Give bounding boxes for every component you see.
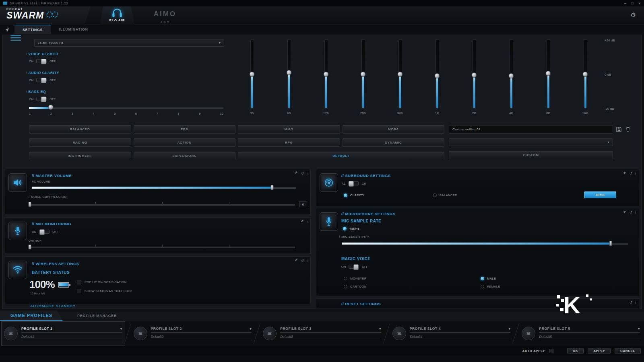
microphone-icon [320, 212, 338, 231]
maximize-button[interactable]: □ [631, 1, 634, 5]
device-tab-aimo[interactable]: AIMO AIMO [150, 10, 180, 24]
profile-name-field[interactable]: Default3 [280, 335, 381, 340]
audio-clarity-switch[interactable] [36, 78, 47, 82]
preset-button-moba[interactable]: MOBA [343, 125, 445, 134]
eq-fader-30[interactable] [250, 39, 254, 109]
preset-button-action[interactable]: ACTION [134, 138, 236, 147]
surround-test-button[interactable]: TEST [584, 191, 616, 198]
voice-radio-monster[interactable]: MONSTER [344, 274, 481, 282]
minimize-button[interactable]: – [624, 1, 627, 5]
eq-fader-500[interactable] [398, 39, 402, 109]
preset-button-mmo[interactable]: MMO [238, 125, 340, 134]
close-button[interactable]: × [638, 1, 641, 5]
preset-button-fps[interactable]: FPS [134, 125, 236, 134]
panel-pin-icon[interactable] [623, 210, 626, 214]
tab-game-profiles[interactable]: GAME PROFILES [0, 311, 63, 321]
preset-button-custom[interactable]: CUSTOM [449, 151, 613, 159]
panel-pin-icon[interactable] [294, 171, 298, 175]
save-preset-icon[interactable] [616, 126, 622, 132]
eq-fader-16k[interactable] [584, 39, 587, 109]
magic-voice-switch[interactable] [349, 265, 359, 269]
panel-pin-icon[interactable] [623, 171, 626, 175]
panel-info-icon[interactable]: i [635, 300, 636, 304]
device-tab-elo-air[interactable]: ELO AIR [100, 6, 134, 25]
eq-fader-60[interactable] [287, 39, 291, 109]
preset-button-instrument[interactable]: INSTRUMENT [29, 152, 131, 160]
panel-info-icon[interactable]: i [635, 171, 636, 175]
eq-fader-2k[interactable] [473, 39, 476, 109]
eq-band-16k: 16K [582, 39, 588, 118]
auto-apply-checkbox[interactable] [549, 349, 553, 353]
panel-info-icon[interactable]: i [307, 259, 308, 263]
bass-eq-slider[interactable] [29, 105, 223, 111]
cancel-button[interactable]: CANCEL [615, 348, 641, 354]
preset-button-explosions[interactable]: EXPLOSIONS [134, 152, 236, 160]
noise-suppression-slider[interactable] [29, 202, 295, 207]
voice-clarity-switch[interactable] [36, 59, 47, 63]
custom-setting-input[interactable]: Custom setting 01 [449, 125, 613, 134]
surround-settings-panel: ↺ i // SURROUND SETTINGS 7.1 2.0 CLARITY… [316, 169, 639, 206]
pin-icon[interactable] [0, 25, 14, 34]
ok-button[interactable]: OK [567, 348, 584, 354]
panel-reset-icon[interactable]: ↺ [301, 259, 304, 263]
voice-radio-cartoon[interactable]: CARTOON [344, 282, 481, 290]
panel-reset-icon[interactable]: ↺ [629, 300, 632, 304]
panel-info-icon[interactable]: i [635, 210, 636, 214]
eq-fader-4k[interactable] [510, 39, 513, 109]
panel-pin-icon[interactable] [294, 258, 298, 263]
panel-reset-icon[interactable]: ↺ [301, 171, 304, 175]
voice-radio-female[interactable]: FEMALE [481, 282, 625, 290]
tray-status-checkbox[interactable] [77, 289, 81, 293]
mic-volume-slider[interactable] [29, 244, 295, 250]
custom-preset-select[interactable]: ▾ [449, 138, 613, 146]
preset-button-default[interactable]: DEFAULT [238, 152, 444, 160]
eq-fader-120[interactable] [324, 39, 328, 109]
mic-monitoring-switch[interactable] [39, 230, 50, 234]
preset-button-dynamic[interactable]: DYNAMIC [343, 138, 445, 147]
profile-slot-select[interactable]: PROFILE SLOT 3▾ [280, 327, 381, 333]
sample-rate-radio-48khz[interactable]: 48KHz [343, 227, 359, 230]
bass-scale-3: 3 [71, 112, 73, 115]
bass-eq-switch[interactable] [36, 97, 47, 101]
profile-name-field[interactable]: Default5 [539, 335, 640, 340]
panel-reset-icon[interactable]: ↺ [629, 171, 632, 175]
preset-button-balanced[interactable]: BALANCED [29, 125, 131, 134]
profile-slot-select[interactable]: PROFILE SLOT 2▾ [151, 327, 252, 333]
driver-version-text: DRIVER V1.9388 | FIRMWARE 1.23 [10, 2, 68, 5]
tab-settings[interactable]: SETTINGS [14, 25, 51, 34]
profile-name-field[interactable]: Default2 [151, 335, 252, 340]
panel-reset-icon[interactable]: ↺ [629, 210, 632, 214]
eq-fader-8k[interactable] [547, 39, 550, 109]
tab-bar: SETTINGS ILLUMINATION [0, 25, 644, 34]
tab-profile-manager[interactable]: PROFILE MANAGER [63, 311, 131, 321]
tab-illumination[interactable]: ILLUMINATION [51, 25, 96, 34]
profile-slot-select[interactable]: PROFILE SLOT 1▾ [21, 327, 122, 333]
voice-radio-male[interactable]: MALE [481, 274, 625, 282]
panel-pin-icon[interactable] [300, 219, 304, 224]
surround-radio-clarity[interactable]: CLARITY [344, 193, 364, 197]
eq-fader-1k[interactable] [436, 39, 439, 109]
delete-preset-icon[interactable] [625, 126, 631, 132]
profile-slot-select[interactable]: PROFILE SLOT 5▾ [539, 327, 640, 333]
eq-fader-250[interactable] [361, 39, 365, 109]
apply-button[interactable]: APPLY [588, 348, 611, 354]
auto-apply-label: AUTO APPLY [522, 349, 545, 353]
master-volume-panel: ↺ i // MASTER VOLUME PC VOLUME i NOISE S… [5, 169, 311, 214]
popup-notification-checkbox[interactable] [77, 280, 81, 284]
profile-name-field[interactable]: Default4 [410, 335, 511, 340]
preset-button-rpg[interactable]: RPG [238, 138, 340, 147]
panel-info-icon[interactable]: i [307, 171, 308, 175]
settings-gear-icon[interactable]: ⚙ [631, 11, 636, 19]
surround-mode-switch[interactable] [348, 181, 359, 185]
audio-format-select[interactable]: 16-bit, 48000 Hz ▾ [34, 39, 224, 47]
profile-name-field[interactable]: Default1 [21, 335, 122, 340]
eq-list-icon[interactable] [10, 35, 21, 42]
preset-button-racing[interactable]: RACING [29, 138, 131, 147]
eq-db-label-zero: 0 dB [605, 73, 623, 76]
pc-volume-slider[interactable] [32, 185, 296, 190]
surround-radio-balanced[interactable]: BALANCED [433, 193, 457, 197]
chevron-down-icon: ▾ [250, 327, 252, 331]
panel-info-icon[interactable]: i [307, 220, 308, 224]
profile-slot-select[interactable]: PROFILE SLOT 4▾ [410, 327, 511, 333]
mic-sensitivity-slider[interactable] [342, 241, 628, 246]
